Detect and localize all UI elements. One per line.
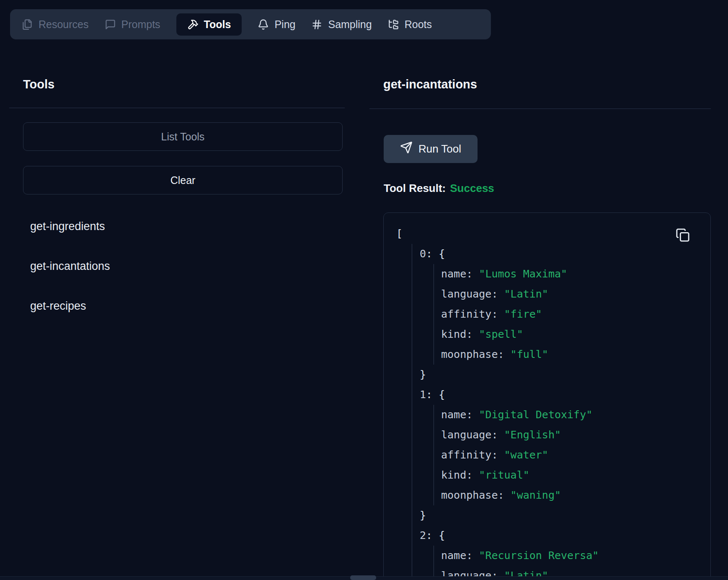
json-line: [ xyxy=(396,224,698,244)
copy-button[interactable] xyxy=(675,228,690,243)
json-line: kind: "spell" xyxy=(441,324,698,344)
send-icon xyxy=(400,141,413,157)
tab-roots[interactable]: Roots xyxy=(388,18,432,31)
folder-tree-icon xyxy=(388,19,399,30)
tool-result-status: Success xyxy=(450,182,494,194)
tab-prompts[interactable]: Prompts xyxy=(105,18,160,31)
tab-label: Resources xyxy=(39,18,89,31)
copy-icon xyxy=(676,237,690,243)
left-panel-title: Tools xyxy=(23,78,54,91)
run-tool-label: Run Tool xyxy=(418,142,461,155)
tab-label: Roots xyxy=(405,18,432,31)
json-object-level: name: "Recursion Reversa"language: "Lati… xyxy=(434,546,698,580)
run-tool-button[interactable]: Run Tool xyxy=(384,135,478,163)
json-array-level: 0: {name: "Lumos Maxima"language: "Latin… xyxy=(412,244,698,580)
right-panel-divider xyxy=(369,109,711,109)
json-object-level: name: "Lumos Maxima"language: "Latin"aff… xyxy=(434,264,698,365)
json-line: language: "Latin" xyxy=(441,284,698,304)
json-tree: [0: {name: "Lumos Maxima"language: "Lati… xyxy=(396,224,698,580)
tab-label: Prompts xyxy=(121,18,160,31)
tab-label: Sampling xyxy=(328,18,372,31)
json-line: } xyxy=(420,505,698,526)
horizontal-scrollbar-thumb[interactable] xyxy=(350,575,376,580)
json-line: name: "Digital Detoxify" xyxy=(441,405,698,425)
bell-icon xyxy=(258,19,269,30)
json-line: affinity: "water" xyxy=(441,445,698,465)
json-line: } xyxy=(420,365,698,385)
clear-button[interactable]: Clear xyxy=(23,166,343,194)
json-line: name: "Lumos Maxima" xyxy=(441,264,698,284)
selected-tool-title: get-incantations xyxy=(383,78,477,91)
tool-result-line: Tool Result:Success xyxy=(384,182,494,195)
left-panel-divider xyxy=(9,108,345,108)
json-line: 0: { xyxy=(420,244,698,264)
json-line: 2: { xyxy=(420,526,698,546)
json-line: moonphase: "waning" xyxy=(441,485,698,505)
files-icon xyxy=(22,19,33,30)
json-line: 1: { xyxy=(420,385,698,405)
tab-sampling[interactable]: Sampling xyxy=(311,18,372,31)
top-navbar: ResourcesPromptsToolsPingSamplingRoots xyxy=(10,9,491,39)
tab-ping[interactable]: Ping xyxy=(258,18,295,31)
json-line: moonphase: "full" xyxy=(441,344,698,365)
json-line: language: "English" xyxy=(441,425,698,445)
hammer-icon xyxy=(187,19,199,30)
message-icon xyxy=(105,19,116,30)
json-line: kind: "ritual" xyxy=(441,465,698,485)
json-line: affinity: "fire" xyxy=(441,304,698,324)
tool-list-item-get-recipes[interactable]: get-recipes xyxy=(30,298,86,314)
tab-label: Ping xyxy=(274,18,295,31)
hash-icon xyxy=(311,19,323,30)
json-object-level: name: "Digital Detoxify"language: "Engli… xyxy=(434,405,698,505)
tool-result-json-viewer: [0: {name: "Lumos Maxima"language: "Lati… xyxy=(383,212,711,580)
tool-list-item-get-incantations[interactable]: get-incantations xyxy=(30,258,110,274)
tab-label: Tools xyxy=(204,18,231,31)
tool-list-item-get-ingredients[interactable]: get-ingredients xyxy=(30,218,105,235)
tab-resources[interactable]: Resources xyxy=(22,18,89,31)
tab-tools[interactable]: Tools xyxy=(176,13,242,36)
json-line: name: "Recursion Reversa" xyxy=(441,546,698,566)
list-tools-button[interactable]: List Tools xyxy=(23,122,343,151)
tool-result-label: Tool Result: xyxy=(384,182,446,194)
